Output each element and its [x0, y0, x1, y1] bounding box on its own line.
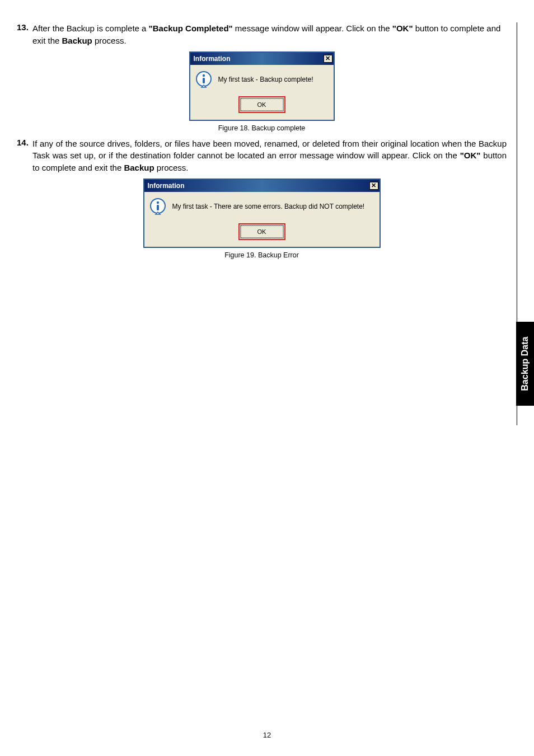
info-icon [149, 198, 167, 215]
ok-button[interactable]: OK [241, 226, 283, 238]
svg-point-1 [202, 74, 204, 76]
information-dialog: Information ✕ My first task - There are [143, 179, 381, 248]
svg-rect-5 [157, 205, 159, 210]
close-button[interactable]: ✕ [369, 182, 378, 190]
dialog-titlebar: Information ✕ [144, 180, 380, 192]
figure-18: Information ✕ My first task - Backup co [17, 51, 507, 134]
close-icon: ✕ [371, 182, 376, 189]
dialog-body: My first task - Backup complete! OK [190, 65, 334, 120]
close-button[interactable]: ✕ [324, 55, 332, 63]
dialog-message: My first task - There are some errors. B… [172, 203, 365, 210]
information-dialog: Information ✕ My first task - Backup co [189, 51, 335, 121]
svg-rect-2 [203, 78, 205, 83]
side-tab-label: Backup Data [520, 337, 530, 391]
ok-highlight: OK [238, 96, 285, 113]
info-icon [195, 71, 213, 88]
ok-button-label: OK [257, 228, 266, 235]
item-number: 14. [17, 138, 32, 174]
dialog-body: My first task - There are some errors. B… [144, 192, 380, 247]
list-item-14: 14. If any of the source drives, folders… [17, 138, 507, 174]
dialog-title: Information [148, 182, 185, 190]
dialog-message: My first task - Backup complete! [218, 76, 313, 83]
figure-19: Information ✕ My first task - There are [17, 179, 507, 261]
ok-button[interactable]: OK [241, 98, 283, 111]
svg-point-4 [156, 201, 158, 204]
dialog-title: Information [194, 55, 231, 63]
side-tab: Backup Data [516, 322, 534, 406]
list-item-13: 13. After the Backup is complete a "Back… [17, 22, 507, 47]
close-icon: ✕ [325, 55, 330, 62]
dialog-titlebar: Information ✕ [190, 53, 334, 65]
item-text: If any of the source drives, folders, or… [32, 138, 507, 174]
item-number: 13. [17, 22, 32, 47]
item-text: After the Backup is complete a "Backup C… [32, 22, 507, 47]
page-number: 12 [0, 731, 534, 739]
figure-caption: Figure 18. Backup complete [218, 124, 306, 132]
ok-button-label: OK [257, 101, 266, 108]
figure-caption: Figure 19. Backup Error [224, 251, 299, 259]
ok-highlight: OK [238, 223, 285, 240]
